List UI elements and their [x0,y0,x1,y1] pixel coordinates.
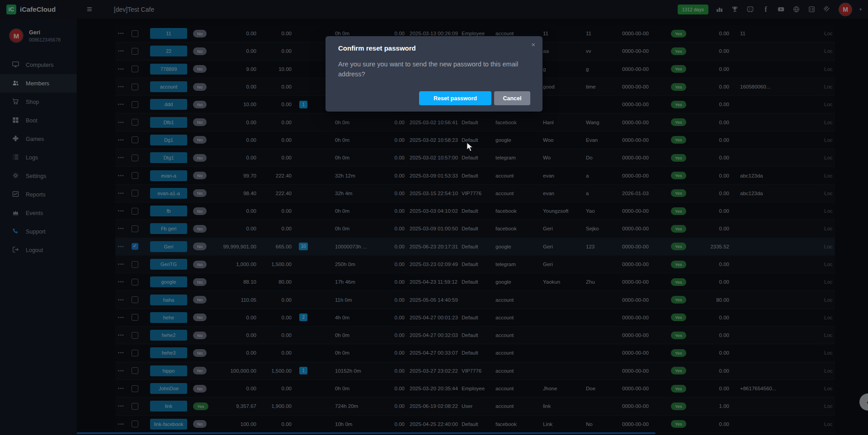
cancel-button[interactable]: Cancel [494,91,530,105]
reset-password-button[interactable]: Reset password [419,91,491,105]
app-window: iC iCafeCloud ≡ [dev]Test Cafe 1312 days… [0,0,868,435]
confirm-reset-password-dialog: Confirm reset password × Are you sure yo… [326,36,542,112]
dialog-message: Are you sure you want to send the new pa… [338,60,530,80]
dialog-title: Confirm reset password [338,44,416,52]
dialog-actions: Reset password Cancel [419,91,530,105]
close-icon[interactable]: × [531,41,535,48]
